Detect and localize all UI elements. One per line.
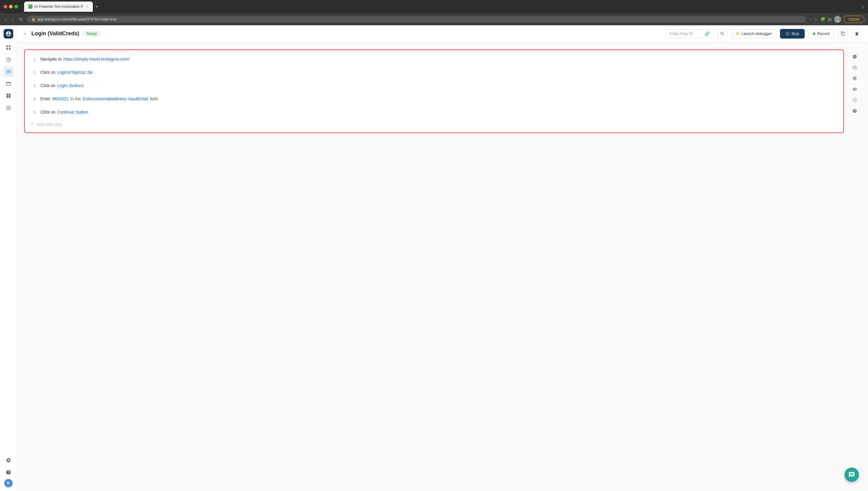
sidebar-item-help[interactable]: [3, 467, 14, 478]
svg-rect-3: [6, 46, 8, 47]
right-panel: [849, 49, 861, 484]
share-icon[interactable]: ↑: [809, 17, 811, 22]
table-row[interactable]: 3 Click on Login::button1: [25, 79, 843, 92]
debugger-icon: ⚙: [736, 31, 739, 36]
record-button[interactable]: Record: [808, 29, 834, 38]
step-value: 9654321: [52, 96, 69, 101]
browser-dots: [4, 5, 18, 8]
table-row[interactable]: 5 Click on Continue::button: [25, 106, 843, 119]
link-icon: 🔗: [705, 31, 710, 36]
eye-panel-icon[interactable]: [850, 84, 860, 94]
browser-chrome: AI Powered Test Automation P ✕ + ⋁: [0, 0, 868, 13]
browser-actions: ↑ ☆ 🧩 ▤ Update: [809, 16, 864, 23]
xray-input-placeholder: Enter Xray ID: [669, 31, 703, 36]
svg-rect-5: [6, 48, 8, 50]
step-plain: in the: [71, 96, 81, 101]
svg-rect-0: [29, 5, 32, 8]
sidebar-item-reports[interactable]: [3, 54, 14, 65]
svg-point-1: [836, 17, 839, 19]
step-keyword: Navigate to: [40, 57, 62, 61]
sidebar-toggle-icon[interactable]: ▤: [828, 17, 832, 22]
sidebar-logo[interactable]: [4, 29, 13, 38]
step-number: 1: [31, 57, 35, 61]
svg-rect-8: [6, 94, 8, 95]
xray-id-input[interactable]: Enter Xray ID 🔗: [666, 29, 714, 38]
tab-title: AI Powered Test Automation P: [34, 4, 83, 9]
step-number: 2: [31, 70, 35, 75]
search-button[interactable]: [717, 29, 728, 39]
step-content: Click on LoginorSignUp::div: [40, 70, 93, 75]
status-badge: Ready: [83, 31, 101, 36]
nav-forward-button[interactable]: ›: [10, 16, 15, 23]
address-bar-row: ‹ › ↻ 🔒 app.testsigma.com/ui/td/cases/37…: [0, 13, 868, 25]
record-dot-icon: [813, 32, 815, 35]
ssl-lock-icon: 🔒: [31, 18, 35, 21]
step-keyword: Enter: [40, 96, 50, 101]
step-number: 4: [31, 97, 35, 101]
minimize-dot[interactable]: [9, 5, 13, 8]
launch-debugger-label: Launch debugger: [741, 31, 772, 36]
sidebar-item-modules[interactable]: [3, 90, 14, 101]
test-steps-area: 1 Navigate to https://simply-travel.test…: [17, 42, 868, 491]
step-element: Enteryouremailaddress::inputEmail: [83, 96, 148, 101]
step-element: LoginorSignUp::div: [57, 70, 93, 75]
steps-list: 1 Navigate to https://simply-travel.test…: [24, 49, 844, 133]
user-avatar[interactable]: R: [4, 479, 13, 487]
target-panel-icon[interactable]: [850, 63, 860, 72]
info-panel-icon[interactable]: [850, 52, 860, 61]
svg-point-18: [855, 67, 855, 68]
main-content: ← Login (ValidCreds) Ready Enter Xray ID…: [17, 25, 868, 491]
settings-panel-icon[interactable]: [850, 74, 860, 83]
table-row[interactable]: 2 Click on LoginorSignUp::div: [25, 66, 843, 79]
extensions-icon[interactable]: 🧩: [820, 17, 825, 22]
top-header: ← Login (ValidCreds) Ready Enter Xray ID…: [17, 25, 868, 42]
left-sidebar: R: [0, 25, 17, 491]
step-number: 3: [31, 83, 35, 88]
sidebar-item-test-cases[interactable]: [3, 66, 14, 77]
bookmark-icon[interactable]: ☆: [814, 17, 818, 22]
app-layout: R ← Login (ValidCreds) Ready Enter Xray …: [0, 25, 868, 491]
step-plain: field: [150, 96, 158, 101]
sidebar-item-dashboard[interactable]: [3, 42, 14, 53]
steps-container: 1 Navigate to https://simply-travel.test…: [24, 49, 844, 484]
sidebar-item-runs[interactable]: [3, 103, 14, 113]
new-tab-button[interactable]: +: [95, 4, 99, 10]
table-row[interactable]: 4 Enter 9654321 in the Enteryouremailadd…: [25, 92, 843, 106]
page-title: Login (ValidCreds): [31, 30, 79, 37]
step-url[interactable]: https://simply-travel.testsigma.com/: [64, 57, 130, 61]
add-step-row[interactable]: + Add new step: [25, 119, 843, 130]
update-button[interactable]: Update: [844, 16, 864, 23]
svg-rect-9: [8, 94, 10, 95]
back-button[interactable]: ←: [23, 31, 28, 36]
tab-favicon: [28, 4, 32, 9]
nav-refresh-button[interactable]: ↻: [18, 16, 24, 23]
browser-right-controls: ⋁: [862, 5, 864, 9]
table-row[interactable]: 1 Navigate to https://simply-travel.test…: [25, 52, 843, 66]
step-content: Enter 9654321 in the Enteryouremailaddre…: [40, 96, 158, 101]
sidebar-item-settings[interactable]: [3, 455, 14, 466]
tab-close-button[interactable]: ✕: [86, 5, 89, 8]
close-dot[interactable]: [4, 5, 7, 8]
svg-marker-15: [787, 33, 788, 34]
run-button[interactable]: Run: [780, 29, 805, 38]
active-tab[interactable]: AI Powered Test Automation P ✕: [24, 1, 93, 12]
svg-rect-10: [6, 96, 8, 98]
step-keyword: Click on: [40, 70, 55, 75]
help-panel-icon[interactable]: [850, 106, 860, 116]
launch-debugger-button[interactable]: ⚙ Launch debugger: [731, 29, 776, 38]
svg-rect-11: [8, 96, 10, 98]
maximize-dot[interactable]: [15, 5, 18, 8]
browser-avatar[interactable]: [834, 16, 841, 23]
sidebar-bottom: R: [3, 455, 14, 487]
history-panel-icon[interactable]: [850, 95, 860, 105]
record-label: Record: [817, 31, 830, 36]
step-keyword: Click on: [40, 83, 55, 88]
delete-button[interactable]: [852, 29, 862, 39]
sidebar-item-projects[interactable]: [3, 78, 14, 89]
step-content: Click on Continue::button: [40, 110, 88, 114]
chat-fab-button[interactable]: [844, 467, 859, 482]
nav-back-button[interactable]: ‹: [4, 16, 7, 23]
step-keyword: Click on: [40, 110, 55, 114]
copy-button[interactable]: [838, 29, 848, 39]
address-bar[interactable]: 🔒 app.testsigma.com/ui/td/cases/374?isCr…: [27, 16, 807, 23]
